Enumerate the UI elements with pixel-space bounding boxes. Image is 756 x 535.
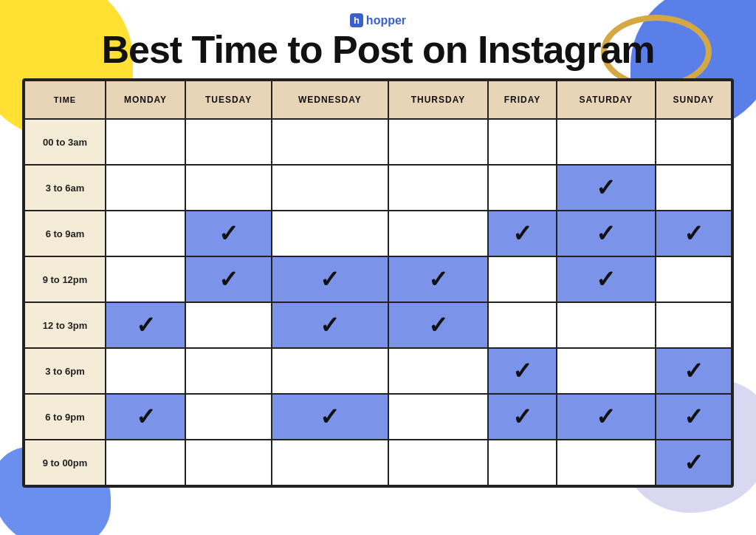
schedule-cell — [106, 165, 185, 211]
table-row: 00 to 3am — [24, 119, 732, 165]
time-cell: 00 to 3am — [24, 119, 106, 165]
schedule-cell — [272, 440, 388, 485]
schedule-cell — [106, 440, 185, 485]
table-row: 9 to 00pm — [24, 440, 732, 485]
time-cell: 9 to 12pm — [24, 256, 106, 302]
schedule-cell — [557, 440, 656, 485]
schedule-cell — [488, 302, 557, 348]
schedule-cell — [106, 348, 185, 394]
schedule-cell — [185, 256, 272, 302]
table-row: 3 to 6pm — [24, 348, 732, 394]
schedule-cell — [272, 394, 388, 440]
schedule-cell — [106, 119, 185, 165]
schedule-cell — [656, 256, 732, 302]
schedule-cell — [185, 440, 272, 485]
schedule-cell — [488, 394, 557, 440]
schedule-cell — [185, 302, 272, 348]
schedule-cell — [272, 211, 388, 256]
table-row: 12 to 3pm — [24, 302, 732, 348]
schedule-cell — [656, 119, 732, 165]
schedule-cell — [656, 165, 732, 211]
schedule-cell — [488, 165, 557, 211]
schedule-cell — [388, 440, 489, 485]
schedule-cell — [557, 119, 656, 165]
time-cell: 12 to 3pm — [24, 302, 106, 348]
schedule-cell — [488, 256, 557, 302]
time-cell: 9 to 00pm — [24, 440, 106, 485]
col-header-friday: FRIDAY — [488, 81, 557, 119]
col-header-time: TIME — [24, 81, 106, 119]
schedule-cell — [488, 211, 557, 256]
time-cell: 3 to 6pm — [24, 348, 106, 394]
schedule-table: TIME MONDAY TUESDAY WEDNESDAY THURSDAY F… — [24, 80, 732, 486]
logo: h hopper — [350, 13, 406, 27]
header: h hopper Best Time to Post on Instagram — [0, 0, 756, 78]
schedule-cell — [106, 394, 185, 440]
schedule-cell — [488, 348, 557, 394]
schedule-cell — [656, 394, 732, 440]
schedule-cell — [185, 348, 272, 394]
table-row: 6 to 9pm — [24, 394, 732, 440]
schedule-cell — [272, 348, 388, 394]
schedule-cell — [557, 348, 656, 394]
schedule-cell — [656, 302, 732, 348]
schedule-cell — [557, 394, 656, 440]
schedule-cell — [106, 211, 185, 256]
time-cell: 6 to 9pm — [24, 394, 106, 440]
logo-name: hopper — [366, 14, 406, 27]
schedule-cell — [272, 165, 388, 211]
schedule-cell — [185, 211, 272, 256]
schedule-cell — [488, 119, 557, 165]
schedule-cell — [388, 165, 489, 211]
time-cell: 3 to 6am — [24, 165, 106, 211]
logo-icon: h — [350, 13, 363, 27]
schedule-cell — [185, 119, 272, 165]
schedule-cell — [656, 348, 732, 394]
table-row: 6 to 9am — [24, 211, 732, 256]
schedule-cell — [388, 211, 489, 256]
schedule-cell — [185, 394, 272, 440]
col-header-thursday: THURSDAY — [388, 81, 489, 119]
schedule-cell — [656, 440, 732, 485]
schedule-table-container: TIME MONDAY TUESDAY WEDNESDAY THURSDAY F… — [22, 78, 734, 488]
schedule-cell — [557, 302, 656, 348]
page-title: Best Time to Post on Instagram — [0, 29, 756, 71]
table-header-row: TIME MONDAY TUESDAY WEDNESDAY THURSDAY F… — [24, 81, 732, 119]
schedule-cell — [656, 211, 732, 256]
col-header-sunday: SUNDAY — [656, 81, 732, 119]
col-header-wednesday: WEDNESDAY — [272, 81, 388, 119]
table-row: 9 to 12pm — [24, 256, 732, 302]
schedule-cell — [388, 302, 489, 348]
col-header-monday: MONDAY — [106, 81, 185, 119]
col-header-saturday: SATURDAY — [557, 81, 656, 119]
schedule-cell — [388, 256, 489, 302]
schedule-cell — [106, 302, 185, 348]
schedule-cell — [557, 256, 656, 302]
schedule-cell — [272, 119, 388, 165]
schedule-cell — [272, 302, 388, 348]
schedule-cell — [388, 394, 489, 440]
schedule-cell — [557, 211, 656, 256]
schedule-cell — [388, 348, 489, 394]
schedule-cell — [388, 119, 489, 165]
schedule-cell — [185, 165, 272, 211]
schedule-cell — [106, 256, 185, 302]
time-cell: 6 to 9am — [24, 211, 106, 256]
schedule-cell — [272, 256, 388, 302]
table-row: 3 to 6am — [24, 165, 732, 211]
col-header-tuesday: TUESDAY — [185, 81, 272, 119]
schedule-cell — [557, 165, 656, 211]
schedule-cell — [488, 440, 557, 485]
